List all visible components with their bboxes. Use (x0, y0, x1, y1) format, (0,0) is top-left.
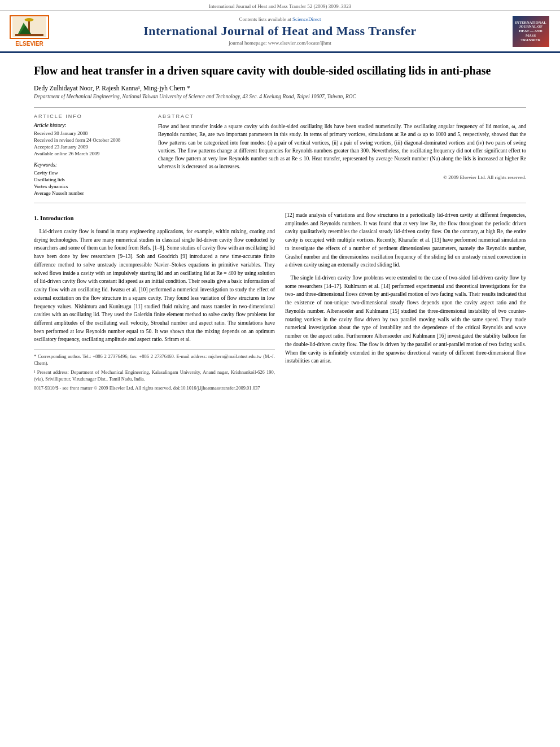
elsevier-svg (12, 17, 46, 37)
elsevier-logo-box (10, 15, 49, 39)
journal-header: ELSEVIER Contents lists available at Sci… (0, 11, 560, 53)
abstract-label: ABSTRACT (158, 113, 526, 119)
body-columns: 1. Introduction Lid-driven cavity flow i… (34, 211, 526, 392)
article-info: ARTICLE INFO Article history: Received 3… (34, 113, 147, 197)
copyright-line: © 2009 Elsevier Ltd. All rights reserved… (158, 174, 526, 180)
footnote-present: ¹ Present address: Department of Mechani… (34, 369, 275, 383)
available-date: Available online 26 March 2009 (34, 151, 147, 156)
journal-citation: International Journal of Heat and Mass T… (0, 0, 560, 11)
elsevier-wordmark: ELSEVIER (15, 41, 43, 47)
svg-rect-5 (15, 34, 43, 36)
affiliation: Department of Mechanical Engineering, Na… (34, 94, 526, 99)
journal-right: INTERNATIONALJOURNAL OFHEAT — AND MASSTR… (508, 16, 553, 47)
section-1-heading: 1. Introduction (34, 213, 275, 223)
abstract-text: Flow and heat transfer inside a square c… (158, 123, 526, 171)
body-para-1: Lid-driven cavity flow is found in many … (34, 228, 275, 344)
body-para-3: The single lid-driven cavity flow proble… (285, 274, 526, 365)
history-label: Article history: (34, 123, 147, 128)
keyword-2: Oscillating lids (34, 177, 147, 182)
svg-point-2 (25, 18, 34, 21)
accepted-date: Accepted 23 January 2009 (34, 144, 147, 150)
journal-center: Contents lists available at ScienceDirec… (52, 16, 508, 46)
main-content: Flow and heat transfer in a driven squar… (0, 53, 560, 402)
authors: Dedy Zulhidayat Noor, P. Rajesh Kanna¹, … (34, 85, 526, 91)
elsevier-logo: ELSEVIER (7, 15, 52, 47)
journal-title: International Journal of Heat and Mass T… (52, 24, 508, 38)
abstract-section: ABSTRACT Flow and heat transfer inside a… (158, 113, 526, 197)
sciencedirect-link[interactable]: ScienceDirect (292, 16, 321, 22)
keyword-4: Average Nusselt number (34, 190, 147, 196)
article-info-label: ARTICLE INFO (34, 113, 147, 119)
journal-logo-box: INTERNATIONALJOURNAL OFHEAT — AND MASSTR… (513, 16, 549, 47)
body-col-right: [12] made analysis of variations and flo… (285, 211, 526, 392)
revised-date: Received in revised form 24 October 2008 (34, 137, 147, 143)
received-date: Received 30 January 2008 (34, 130, 147, 136)
keyword-3: Vortex dynamics (34, 184, 147, 189)
keywords-label: Keywords: (34, 162, 147, 168)
logo-text-line1: INTERNATIONALJOURNAL OFHEAT — AND MASSTR… (515, 20, 547, 42)
footnote-issn: 0017-9310/$ - see front matter © 2009 El… (34, 385, 275, 392)
footnote-corresponding: * Corresponding author. Tel.: +886 2 273… (34, 353, 275, 367)
body-col-left: 1. Introduction Lid-driven cavity flow i… (34, 211, 275, 392)
homepage-line: journal homepage: www.elsevier.com/locat… (52, 40, 508, 46)
contents-line: Contents lists available at ScienceDirec… (52, 16, 508, 22)
body-para-2: [12] made analysis of variations and flo… (285, 211, 526, 269)
info-abstract-section: ARTICLE INFO Article history: Received 3… (34, 107, 526, 203)
paper-title: Flow and heat transfer in a driven squar… (34, 63, 526, 78)
keyword-1: Cavity flow (34, 170, 147, 176)
footnotes: * Corresponding author. Tel.: +886 2 273… (34, 350, 275, 391)
